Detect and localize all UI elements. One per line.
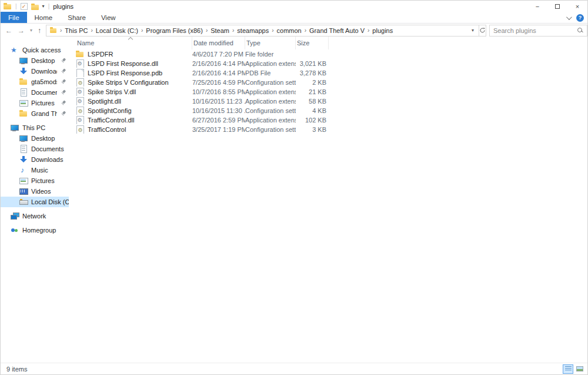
sidebar-item-label: Pictures [31,177,69,184]
sidebar-item-network[interactable]: Network [1,211,69,221]
quick-access-star-icon [11,46,19,54]
breadcrumb-steam[interactable]: Steam [208,27,232,34]
file-name: LSPDFR [88,51,113,58]
table-row[interactable]: Spotlight.dll 10/16/2015 11:23 ... Appli… [69,97,587,106]
search-icon[interactable] [577,27,583,34]
breadcrumb[interactable]: › This PC › Local Disk (C:) › Program Fi… [46,25,479,36]
file-type: Configuration sett... [245,107,296,114]
breadcrumb-local-disk[interactable]: Local Disk (C:) [93,27,141,34]
tab-home[interactable]: Home [27,12,61,23]
config-file-icon [76,78,84,87]
tab-file[interactable]: File [1,12,27,23]
file-name: LSPD First Response.dll [88,60,158,67]
refresh-button[interactable] [479,25,486,36]
table-row[interactable]: Spike Strips V Configuration 7/25/2016 4… [69,78,587,87]
expand-ribbon-icon[interactable] [566,14,572,20]
sidebar-item-desktop-qa[interactable]: Desktop [1,55,69,66]
monitor-icon [19,134,28,142]
this-pc-icon [11,124,19,132]
properties-check-icon[interactable]: ✓ [21,3,28,10]
sidebar-item-documents-qa[interactable]: Documents [1,87,69,98]
sidebar-item-documents[interactable]: Documents [1,144,69,154]
sidebar-item-homegroup[interactable]: Homegroup [1,225,69,235]
pin-icon [61,111,66,117]
address-dropdown-icon[interactable]: ▾ [468,28,477,33]
sidebar-item-downloads-qa[interactable]: Downloads [1,66,69,77]
close-button[interactable]: × [567,1,587,12]
search-input[interactable] [493,27,577,34]
sidebar-item-local-disk-c[interactable]: Local Disk (C:) [1,197,69,207]
large-icons-view-button[interactable] [574,364,585,374]
download-icon [19,67,28,75]
breadcrumb-common[interactable]: common [275,27,304,34]
explorer-window: | ✓ ▾ | plugins − × File Home Share View… [0,0,588,375]
sidebar-item-this-pc[interactable]: This PC [1,122,69,133]
file-size: 21 KB [296,88,329,95]
file-type: Configuration sett... [245,126,296,133]
maximize-button[interactable] [547,1,567,12]
title-bar: | ✓ ▾ | plugins − × [1,1,587,12]
table-row[interactable]: LSPD First Response.pdb 2/16/2016 4:14 P… [69,68,587,78]
column-header-size[interactable]: Size [296,36,329,49]
table-row[interactable]: LSPD First Response.dll 2/16/2016 4:14 P… [69,59,587,68]
folder-icon [76,50,84,58]
breadcrumb-this-pc[interactable]: This PC [62,27,90,34]
sidebar-item-pictures[interactable]: Pictures [1,175,69,186]
column-header-name[interactable]: Name [76,36,192,49]
back-button[interactable]: ← [5,26,12,35]
table-row[interactable]: SpotlightConfig 10/16/2015 11:30 ... Con… [69,106,587,115]
pin-icon [61,89,66,95]
file-name: Spike Strips V Configuration [88,79,169,86]
sidebar-item-videos[interactable]: Videos [1,186,69,197]
file-date: 10/16/2015 11:23 ... [192,98,245,105]
location-folder-icon [50,27,57,34]
network-icon [11,212,19,220]
sidebar-item-label: Documents [31,145,69,152]
sidebar-item-downloads[interactable]: Downloads [1,154,69,165]
sidebar-item-label: Grand Theft Auto [31,110,57,117]
help-icon[interactable]: ? [576,14,584,22]
sidebar-item-quick-access[interactable]: Quick access [1,45,69,55]
recent-locations-arrow-icon[interactable]: ▾ [30,28,32,33]
sidebar-item-label: Quick access [22,47,69,54]
sidebar-item-desktop[interactable]: Desktop [1,133,69,144]
table-row[interactable]: LSPDFR 4/6/2017 7:20 PM File folder [69,49,587,59]
sidebar-item-gta5mods[interactable]: gta5mods [1,77,69,87]
minimize-button[interactable]: − [527,1,547,12]
ribbon-tabs: File Home Share View [1,12,587,24]
separator: | [48,3,50,9]
sidebar-item-grand-theft-auto[interactable]: Grand Theft Auto [1,108,69,119]
view-toggles [563,364,585,374]
file-size: 3,278 KB [296,69,329,77]
table-row[interactable]: Spike Strips V.dll 10/7/2016 8:55 PM App… [69,87,587,97]
details-view-button[interactable] [563,364,573,374]
sidebar-item-music[interactable]: Music [1,165,69,175]
sidebar-item-label: Downloads [31,156,69,163]
tab-view[interactable]: View [93,12,123,23]
table-row[interactable]: TrafficControl.dll 6/27/2016 2:59 PM App… [69,115,587,125]
pdb-file-icon [76,69,84,77]
breadcrumb-program-files[interactable]: Program Files (x86) [143,27,205,34]
maximize-icon [555,4,560,9]
up-button[interactable]: ↑ [38,26,41,35]
forward-button[interactable]: → [18,26,25,35]
sidebar-item-label: Homegroup [22,227,69,234]
sidebar-item-label: Network [22,213,69,220]
folder-icon [19,109,28,118]
breadcrumb-gtav[interactable]: Grand Theft Auto V [307,27,367,34]
new-folder-icon[interactable] [31,3,39,10]
download-icon [19,155,28,164]
column-header-type[interactable]: Type [245,36,296,49]
folder-icon [19,78,28,86]
column-header-date-modified[interactable]: Date modified [192,36,245,49]
tab-share[interactable]: Share [60,12,93,23]
file-date: 10/7/2016 8:55 PM [192,88,245,95]
column-headers: Name Date modified Type Size [69,36,587,49]
search-box[interactable] [489,25,587,36]
breadcrumb-steamapps[interactable]: steamapps [235,27,271,34]
file-name: Spike Strips V.dll [88,88,136,95]
table-row[interactable]: TrafficControl 3/25/2017 1:19 PM Configu… [69,125,587,134]
customize-qat-arrow-icon[interactable]: ▾ [42,4,45,9]
sidebar-item-pictures-qa[interactable]: Pictures [1,98,69,108]
breadcrumb-plugins[interactable]: plugins [370,27,395,34]
